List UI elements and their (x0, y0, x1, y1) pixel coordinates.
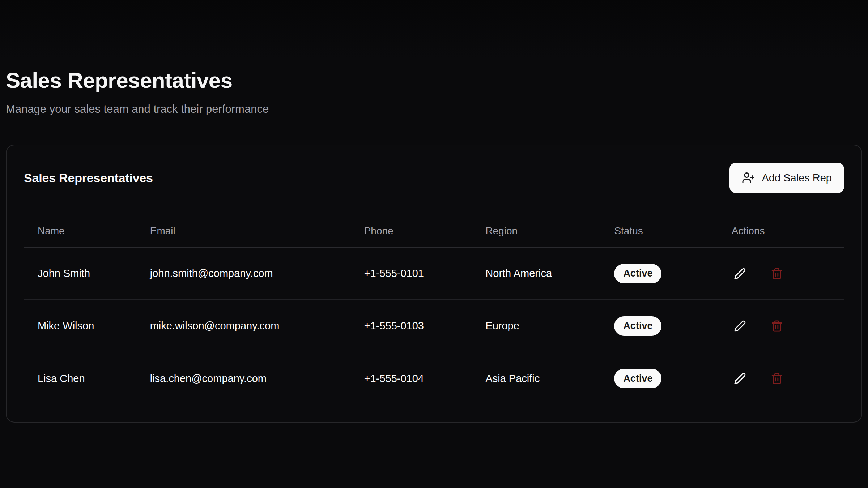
edit-button[interactable] (732, 318, 748, 334)
rep-name: Lisa Chen (24, 352, 136, 404)
row-actions (732, 265, 840, 282)
page: Sales Representatives Manage your sales … (0, 0, 868, 488)
rep-region: Europe (472, 300, 600, 352)
sales-reps-table: Name Email Phone Region Status Actions J… (24, 215, 844, 404)
table-row: Mike Wilson mike.wilson@company.com +1-5… (24, 300, 844, 352)
row-actions (732, 318, 840, 334)
table-row: John Smith john.smith@company.com +1-555… (24, 247, 844, 300)
sales-reps-card: Sales Representatives Add Sales Rep (6, 145, 862, 423)
rep-phone: +1-555-0103 (350, 300, 472, 352)
column-header-status: Status (600, 215, 718, 247)
delete-button[interactable] (769, 370, 785, 387)
column-header-name: Name (24, 215, 136, 247)
table-header-row: Name Email Phone Region Status Actions (24, 215, 844, 247)
edit-button[interactable] (732, 370, 748, 387)
user-plus-icon (742, 171, 755, 184)
pencil-icon (734, 320, 746, 332)
status-badge: Active (614, 369, 661, 388)
delete-button[interactable] (769, 265, 785, 282)
rep-phone: +1-555-0104 (350, 352, 472, 404)
edit-button[interactable] (732, 265, 748, 282)
page-header: Sales Representatives Manage your sales … (6, 67, 862, 116)
rep-name: John Smith (24, 247, 136, 300)
column-header-phone: Phone (350, 215, 472, 247)
trash-icon (771, 372, 783, 385)
rep-email: mike.wilson@company.com (136, 300, 350, 352)
rep-region: North America (472, 247, 600, 300)
add-sales-rep-button[interactable]: Add Sales Rep (729, 163, 844, 193)
delete-button[interactable] (769, 318, 785, 334)
card-title: Sales Representatives (24, 171, 153, 185)
page-subtitle: Manage your sales team and track their p… (6, 102, 862, 116)
rep-email: john.smith@company.com (136, 247, 350, 300)
trash-icon (771, 267, 783, 280)
column-header-region: Region (472, 215, 600, 247)
column-header-actions: Actions (718, 215, 844, 247)
status-badge: Active (614, 264, 661, 283)
rep-region: Asia Pacific (472, 352, 600, 404)
add-sales-rep-label: Add Sales Rep (762, 172, 832, 184)
card-header: Sales Representatives Add Sales Rep (24, 163, 844, 193)
rep-phone: +1-555-0101 (350, 247, 472, 300)
row-actions (732, 370, 840, 387)
page-title: Sales Representatives (6, 67, 862, 94)
rep-email: lisa.chen@company.com (136, 352, 350, 404)
status-badge: Active (614, 316, 661, 336)
table-row: Lisa Chen lisa.chen@company.com +1-555-0… (24, 352, 844, 404)
pencil-icon (734, 372, 746, 385)
pencil-icon (734, 267, 746, 280)
rep-name: Mike Wilson (24, 300, 136, 352)
column-header-email: Email (136, 215, 350, 247)
trash-icon (771, 320, 783, 332)
